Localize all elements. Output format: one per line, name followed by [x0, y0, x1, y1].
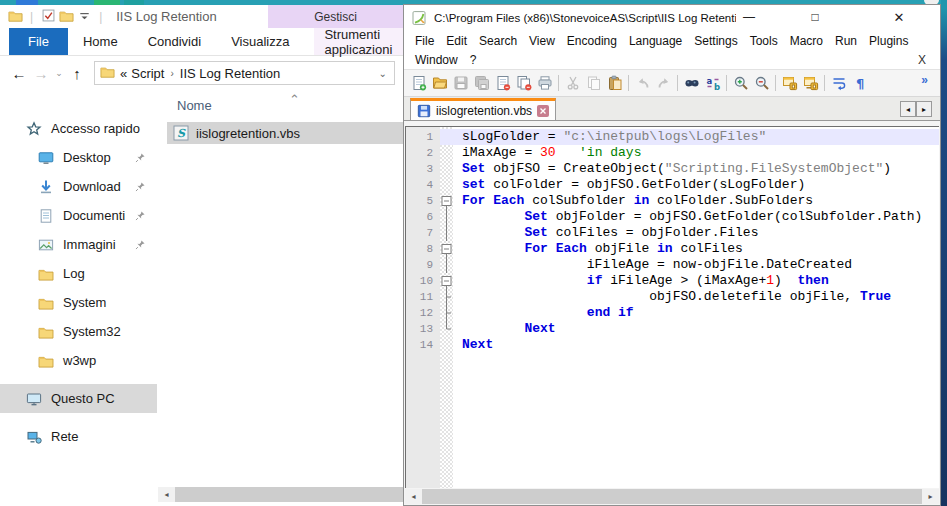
sidebar-item-immagini[interactable]: Immagini	[0, 230, 157, 259]
menu-plugins[interactable]: Plugins	[863, 34, 914, 48]
sync-horizontal-icon[interactable]	[800, 73, 821, 94]
customize-quick-access-icon[interactable]	[75, 8, 93, 26]
sidebar-item-log[interactable]: Log	[0, 259, 157, 288]
close-document-x[interactable]: X	[918, 53, 926, 67]
notepadpp-titlebar[interactable]: C:\Program Files (x86)\StonevoiceAS\Scri…	[404, 5, 940, 31]
close-file-icon[interactable]	[492, 73, 513, 94]
redo-icon[interactable]	[653, 73, 674, 94]
code-editor[interactable]: 1sLogFolder = "c:\inetpub\logs\LogFiles"…	[405, 126, 939, 488]
menu-file[interactable]: File	[409, 34, 440, 48]
sidebar-item-rete[interactable]: Rete	[0, 422, 157, 451]
sidebar-item-download[interactable]: Download	[0, 172, 157, 201]
sidebar-item-label: Rete	[51, 429, 78, 444]
scrollbar-thumb[interactable]	[422, 489, 922, 504]
sidebar-item-accesso-rapido[interactable]: Accesso rapido	[0, 114, 157, 143]
menu-macro[interactable]: Macro	[784, 34, 829, 48]
save-all-icon[interactable]	[471, 73, 492, 94]
copy-icon[interactable]	[583, 73, 604, 94]
sidebar-item-questo-pc[interactable]: Questo PC	[0, 384, 157, 413]
code-text: set colFolder = objFSO.GetFolder(sLogFol…	[453, 177, 939, 193]
sidebar-item-system32[interactable]: System32	[0, 317, 157, 346]
ribbon-tab-strumenti-applicazioni[interactable]: Strumenti applicazioni	[314, 28, 403, 55]
ribbon-tab-visualizza[interactable]: Visualizza	[216, 28, 304, 55]
menu-view[interactable]: View	[523, 34, 561, 48]
save-icon[interactable]	[450, 73, 471, 94]
recent-locations-dropdown[interactable]: ⌄	[52, 68, 66, 78]
menu-tools[interactable]: Tools	[744, 34, 784, 48]
up-button[interactable]: ↑	[66, 65, 88, 82]
ribbon-tab-condividi[interactable]: Condividi	[133, 28, 216, 55]
close-button[interactable]: ✕	[886, 5, 912, 29]
breadcrumb-segment[interactable]: IIS Log Retention	[180, 66, 280, 81]
ribbon-tab-file[interactable]: File	[9, 28, 68, 55]
menu-help[interactable]: ?	[464, 53, 483, 67]
new-folder-quick-icon[interactable]	[57, 8, 75, 26]
address-folder-icon	[100, 64, 120, 82]
svg-text:a: a	[706, 76, 712, 86]
maximize-button[interactable]: □	[802, 5, 828, 29]
fold-collapse-icon[interactable]	[440, 193, 453, 209]
zoom-out-icon[interactable]	[751, 73, 772, 94]
menu-language[interactable]: Language	[623, 34, 688, 48]
address-bar[interactable]: « Script › IIS Log Retention ⌄	[94, 61, 395, 85]
open-file-icon[interactable]	[429, 73, 450, 94]
explorer-titlebar[interactable]: | | IIS Log Retention Gestisci	[0, 5, 403, 28]
menu-window[interactable]: Window	[409, 53, 464, 67]
undo-icon[interactable]	[632, 73, 653, 94]
paste-icon[interactable]	[604, 73, 625, 94]
saved-file-icon	[417, 104, 431, 118]
scroll-left-arrow[interactable]: ◂	[158, 487, 175, 502]
column-header-name[interactable]: Nome	[157, 90, 403, 113]
menu-search[interactable]: Search	[473, 34, 523, 48]
minimize-button[interactable]: —	[736, 5, 762, 29]
new-file-icon[interactable]	[408, 73, 429, 94]
sidebar-item-documenti[interactable]: Documenti	[0, 201, 157, 230]
sort-indicator-icon[interactable]: ⌃	[289, 92, 300, 107]
find-icon[interactable]	[681, 73, 702, 94]
scroll-right-arrow[interactable]: ▸	[922, 489, 939, 504]
breadcrumb-separator: ›	[170, 68, 173, 79]
sync-vertical-icon[interactable]	[779, 73, 800, 94]
back-button[interactable]: ←	[8, 65, 30, 82]
word-wrap-icon[interactable]	[828, 73, 849, 94]
file-row[interactable]: S iislogretention.vbs	[167, 122, 403, 144]
forward-button[interactable]: →	[30, 65, 52, 82]
menu-edit[interactable]: Edit	[440, 34, 473, 48]
line-number: 14	[406, 337, 440, 353]
sidebar-item-w3wp[interactable]: w3wp	[0, 346, 157, 375]
replace-icon[interactable]: ab	[702, 73, 723, 94]
document-tab[interactable]: iislogretention.vbs	[410, 98, 556, 120]
close-all-icon[interactable]	[513, 73, 534, 94]
folder-icon	[38, 295, 54, 311]
sidebar-item-system[interactable]: System	[0, 288, 157, 317]
ribbon-tab-home[interactable]: Home	[68, 28, 133, 55]
zoom-in-icon[interactable]	[730, 73, 751, 94]
file-name: iislogretention.vbs	[196, 126, 300, 141]
print-icon[interactable]	[534, 73, 555, 94]
menu-settings[interactable]: Settings	[688, 34, 743, 48]
cut-icon[interactable]	[562, 73, 583, 94]
editor-horizontal-scrollbar[interactable]: ◂ ▸	[405, 489, 939, 504]
tab-close-icon[interactable]	[537, 105, 549, 117]
pictures-icon	[38, 237, 54, 253]
code-line: 14Next	[406, 337, 939, 353]
scroll-left-arrow[interactable]: ◂	[405, 489, 422, 504]
menu-encoding[interactable]: Encoding	[561, 34, 623, 48]
tab-scroll-left-button[interactable]: ◂	[900, 101, 916, 117]
tab-scroll-right-button[interactable]: ▸	[916, 101, 932, 117]
breadcrumb-segment[interactable]: Script	[131, 66, 164, 81]
sidebar-item-desktop[interactable]: Desktop	[0, 143, 157, 172]
scrollbar-thumb[interactable]	[175, 487, 403, 502]
explorer-horizontal-scrollbar[interactable]: ◂	[158, 487, 403, 502]
toolbar-separator	[824, 75, 825, 91]
line-number: 10	[406, 273, 440, 289]
file-list-pane[interactable]: ⌃ Nome S iislogretention.vbs	[157, 90, 403, 506]
menu-run[interactable]: Run	[829, 34, 863, 48]
fold-collapse-icon[interactable]	[440, 273, 453, 289]
address-dropdown-icon[interactable]: ⌄	[379, 68, 389, 79]
properties-quick-icon[interactable]	[39, 8, 57, 26]
show-symbols-icon[interactable]: ¶	[849, 73, 870, 94]
fold-collapse-icon[interactable]	[440, 241, 453, 257]
breadcrumb-prefix[interactable]: «	[120, 66, 127, 81]
toolbar-overflow-chevron[interactable]: »	[921, 73, 928, 87]
